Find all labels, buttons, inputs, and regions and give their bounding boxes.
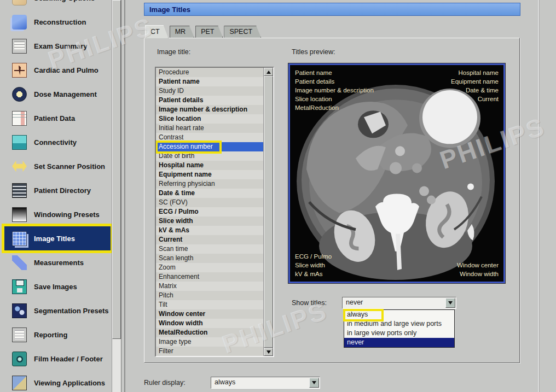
windowing-presets-icon bbox=[12, 207, 27, 222]
overlay-line: Window width bbox=[457, 270, 499, 278]
image-title-option[interactable]: Scan time bbox=[156, 244, 263, 254]
sidebar-item[interactable]: Cardiac and Pulmo bbox=[4, 58, 111, 82]
image-title-option[interactable]: Accession number bbox=[156, 142, 263, 151]
image-title-option[interactable]: Patient details bbox=[156, 96, 263, 105]
modality-tab[interactable]: CT bbox=[145, 25, 169, 38]
sidebar-item[interactable]: Scanning Options bbox=[4, 0, 111, 10]
image-title-option[interactable]: Hospital name bbox=[156, 161, 263, 170]
overlay-line: Image number & description bbox=[295, 86, 374, 95]
scroll-down-button[interactable] bbox=[264, 348, 273, 356]
image-title-option[interactable]: Initial heart rate bbox=[156, 124, 263, 133]
modality-tab[interactable]: PET bbox=[195, 26, 223, 38]
overlay-bottom-right: Window centerWindow width bbox=[457, 261, 499, 278]
image-title-option[interactable]: Pitch bbox=[156, 291, 263, 300]
image-title-option[interactable]: SC (FOV) bbox=[156, 198, 263, 207]
scroll-up-button[interactable] bbox=[264, 68, 273, 76]
exam-summary-icon bbox=[12, 39, 27, 54]
sidebar: Scanning Options Reconstruction Exam Sum… bbox=[0, 0, 127, 392]
image-title-option[interactable]: Tilt bbox=[156, 300, 263, 309]
reconstruction-icon bbox=[12, 15, 27, 30]
combo-dropdown-button[interactable] bbox=[445, 298, 455, 308]
sidebar-scrollbar-thumb[interactable] bbox=[112, 0, 121, 339]
image-title-option[interactable]: ECG / Pulmo bbox=[156, 207, 263, 217]
right-edge-divider bbox=[538, 0, 539, 392]
sidebar-item-label: Patient Directory bbox=[34, 186, 91, 195]
image-title-option[interactable]: Window center bbox=[156, 309, 263, 319]
sidebar-item[interactable]: Set Scanner Position bbox=[4, 154, 111, 178]
sidebar-item[interactable]: Dose Management bbox=[4, 82, 111, 106]
sidebar-item-label: Measurements bbox=[34, 259, 84, 267]
dropdown-option[interactable]: always bbox=[344, 310, 454, 319]
overlay-line: Patient name bbox=[295, 68, 374, 77]
sidebar-item-label: Windowing Presets bbox=[34, 210, 100, 219]
image-title-option[interactable]: Referring physician bbox=[156, 179, 263, 189]
image-title-listbox: ProcedurePatient nameStudy IDPatient det… bbox=[155, 67, 274, 357]
image-title-option[interactable]: Zoom bbox=[156, 263, 263, 272]
page-title: Image Titles bbox=[149, 5, 190, 14]
image-title-option[interactable]: Study ID bbox=[156, 86, 263, 96]
dropdown-option[interactable]: never bbox=[344, 338, 454, 347]
ruler-display-combobox[interactable]: always bbox=[211, 377, 320, 389]
list-scrollbar[interactable] bbox=[263, 68, 273, 356]
sidebar-item-label: Film Header / Footer bbox=[34, 355, 103, 363]
image-title-option[interactable]: Slice location bbox=[156, 114, 263, 124]
show-titles-combobox[interactable]: never bbox=[342, 297, 456, 309]
sidebar-item-label: Cardiac and Pulmo bbox=[34, 66, 99, 74]
image-title-option[interactable]: Enhancement bbox=[156, 272, 263, 282]
image-title-option[interactable]: MetalReduction bbox=[156, 328, 263, 337]
modality-tab[interactable]: SPECT bbox=[224, 26, 261, 38]
dropdown-option[interactable]: in large view ports only bbox=[344, 329, 454, 338]
overlay-line: kV & mAs bbox=[295, 270, 332, 278]
sidebar-item-label: Connectivity bbox=[34, 138, 77, 147]
sidebar-item[interactable]: Reconstruction bbox=[4, 10, 111, 34]
sidebar-item[interactable]: Image Titles bbox=[4, 226, 111, 250]
image-title-option[interactable]: Image number & description bbox=[156, 105, 263, 114]
sidebar-item-label: Segmentation Presets bbox=[34, 307, 109, 315]
sidebar-item[interactable]: Save Images bbox=[4, 274, 111, 299]
image-title-option[interactable]: Slice width bbox=[156, 217, 263, 226]
overlay-line: Hospital name bbox=[451, 68, 499, 77]
combo-dropdown-button[interactable] bbox=[309, 378, 319, 388]
sidebar-item[interactable]: Connectivity bbox=[4, 130, 111, 154]
image-title-label: Image title: bbox=[157, 48, 190, 56]
image-title-option[interactable]: kV & mAs bbox=[156, 226, 263, 235]
image-title-option[interactable]: Filter bbox=[156, 347, 263, 356]
sidebar-item[interactable]: Viewing Applications bbox=[4, 371, 111, 392]
sidebar-item[interactable]: Reporting bbox=[4, 323, 111, 347]
sidebar-item-label: Scanning Options bbox=[34, 0, 95, 2]
sidebar-item-label: Reporting bbox=[34, 331, 67, 339]
overlay-bottom-left: ECG / PulmoSlice widthkV & mAs bbox=[295, 252, 332, 278]
sidebar-item[interactable]: Exam Summary bbox=[4, 34, 111, 58]
list-scrollbar-thumb[interactable] bbox=[264, 76, 273, 348]
image-title-option[interactable]: Matrix bbox=[156, 282, 263, 291]
image-title-option[interactable]: Patient name bbox=[156, 77, 263, 86]
image-title-option[interactable]: Procedure bbox=[156, 68, 263, 77]
viewing-applications-icon bbox=[12, 376, 27, 390]
image-title-option[interactable]: Scan length bbox=[156, 254, 263, 263]
set-scanner-position-icon bbox=[12, 159, 27, 174]
sidebar-item[interactable]: Measurements bbox=[4, 250, 111, 274]
scanning-options-icon bbox=[12, 0, 27, 5]
image-title-option[interactable]: Window width bbox=[156, 319, 263, 328]
sidebar-item[interactable]: Windowing Presets bbox=[4, 202, 111, 226]
patient-directory-icon bbox=[12, 183, 27, 198]
section-header: Image Titles bbox=[144, 3, 520, 16]
sidebar-scrollbar[interactable] bbox=[112, 0, 121, 392]
image-title-option[interactable]: Equipment name bbox=[156, 170, 263, 179]
sidebar-item[interactable]: Film Header / Footer bbox=[4, 347, 111, 371]
save-images-icon bbox=[12, 279, 27, 294]
image-title-option[interactable]: Date & time bbox=[156, 189, 263, 198]
sidebar-item[interactable]: Segmentation Presets bbox=[4, 299, 111, 323]
image-title-option[interactable]: Contrast bbox=[156, 133, 263, 142]
dropdown-option[interactable]: in medium and large view ports bbox=[344, 319, 454, 329]
image-title-option[interactable]: Image type bbox=[156, 337, 263, 347]
sidebar-item[interactable]: Patient Data bbox=[4, 106, 111, 130]
image-title-option[interactable]: Date of birth bbox=[156, 151, 263, 161]
dose-management-icon bbox=[12, 87, 27, 102]
sidebar-item[interactable]: Patient Directory bbox=[4, 178, 111, 202]
modality-tab[interactable]: MR bbox=[170, 26, 194, 38]
titles-preview-viewport: Patient namePatient detailsImage number … bbox=[288, 63, 506, 284]
cardiac-pulmo-icon bbox=[12, 63, 27, 78]
overlay-top-right: Hospital nameEquipment nameDate & timeCu… bbox=[451, 68, 499, 103]
image-title-option[interactable]: Current bbox=[156, 235, 263, 244]
